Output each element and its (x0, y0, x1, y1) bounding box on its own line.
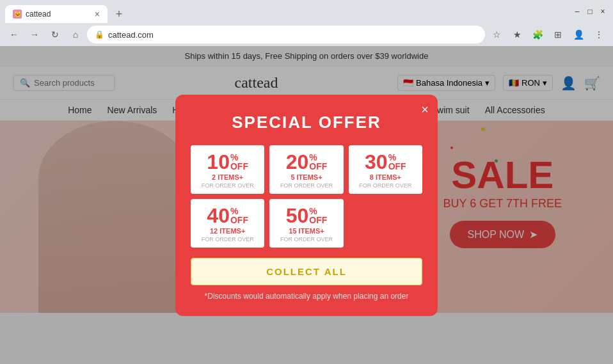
coupon-percent-20: 20 % OFF (275, 152, 338, 172)
menu-icon[interactable]: ⋮ (590, 26, 608, 44)
coupon-off-30: OFF (388, 162, 406, 171)
window-controls: – □ × (572, 6, 608, 17)
coupon-percent-30: 30 % OFF (354, 152, 417, 172)
address-text: cattead.com (108, 30, 154, 40)
tab-strip: 🐱 cattead × + (5, 0, 128, 23)
coupon-card-empty (349, 199, 422, 248)
minimize-button[interactable]: – (572, 6, 582, 17)
coupon-items-30: 8 ITEMS+ (354, 173, 417, 181)
coupon-num-30: 30 (365, 152, 388, 172)
back-button[interactable]: ← (5, 26, 23, 44)
coupon-pct-off-40: % OFF (230, 205, 248, 225)
modal-close-button[interactable]: × (421, 102, 429, 117)
coupon-num-10: 10 (207, 152, 230, 172)
browser-toolbar: ← → ↻ ⌂ 🔒 cattead.com ☆ ★ 🧩 ⊞ 👤 ⋮ (0, 23, 613, 46)
modal-note: *Discounts would automatically apply whe… (191, 292, 422, 301)
grid-icon[interactable]: ⊞ (549, 26, 567, 44)
forward-button[interactable]: → (26, 26, 44, 44)
coupon-pct-off-20: % OFF (309, 152, 327, 171)
coupon-pct-20: % (309, 153, 317, 162)
profile-icon[interactable]: 👤 (569, 26, 587, 44)
new-tab-button[interactable]: + (110, 5, 128, 23)
coupon-percent-50: 50 % OFF (275, 205, 338, 226)
coupon-for-30: FOR ORDER OVER (354, 182, 417, 189)
coupon-pct-off-10: % OFF (230, 152, 248, 171)
coupon-card-30[interactable]: 30 % OFF 8 ITEMS+ FOR ORDER OVER (349, 145, 422, 194)
coupon-pct-40: % (230, 207, 238, 216)
coupon-card-10[interactable]: 10 % OFF 2 ITEMS+ FOR ORDER OVER (191, 145, 264, 194)
close-button[interactable]: × (598, 6, 608, 17)
coupon-items-10: 2 ITEMS+ (196, 173, 259, 181)
tab-favicon: 🐱 (13, 10, 22, 19)
address-bar[interactable]: 🔒 cattead.com (87, 26, 485, 44)
tab-title: cattead (26, 10, 90, 19)
coupon-card-20[interactable]: 20 % OFF 5 ITEMS+ FOR ORDER OVER (269, 145, 343, 194)
star-icon[interactable]: ★ (508, 26, 526, 44)
modal-overlay: × SPECIAL OFFER 10 % OFF 2 ITEMS+ FOR OR… (0, 46, 613, 364)
special-offer-modal: × SPECIAL OFFER 10 % OFF 2 ITEMS+ FOR OR… (175, 95, 438, 316)
coupon-pct-10: % (230, 153, 238, 162)
page-content: Ships within 15 days, Free Shipping on o… (0, 46, 613, 364)
coupon-items-20: 5 ITEMS+ (275, 173, 338, 181)
tab-close-button[interactable]: × (95, 9, 100, 19)
browser-chrome: 🐱 cattead × + – □ × ← → ↻ ⌂ 🔒 cattead.co… (0, 0, 613, 46)
coupon-for-40: FOR ORDER OVER (196, 236, 259, 242)
ssl-lock-icon: 🔒 (95, 30, 104, 39)
extensions-icon[interactable]: 🧩 (529, 26, 546, 44)
coupon-items-40: 12 ITEMS+ (196, 227, 259, 235)
coupon-num-50: 50 (286, 205, 309, 226)
title-bar: 🐱 cattead × + – □ × (0, 0, 613, 23)
coupon-off-50: OFF (309, 216, 327, 225)
coupon-num-20: 20 (286, 152, 309, 172)
coupon-off-40: OFF (230, 216, 248, 225)
active-tab[interactable]: 🐱 cattead × (5, 5, 107, 23)
toolbar-actions: ☆ ★ 🧩 ⊞ 👤 ⋮ (488, 26, 608, 44)
coupon-card-40[interactable]: 40 % OFF 12 ITEMS+ FOR ORDER OVER (191, 199, 264, 248)
modal-title: SPECIAL OFFER (191, 113, 422, 132)
coupon-pct-off-50: % OFF (309, 205, 327, 225)
coupon-for-50: FOR ORDER OVER (275, 236, 338, 242)
coupon-off-10: OFF (230, 162, 248, 171)
coupon-items-50: 15 ITEMS+ (275, 227, 338, 235)
coupon-grid-top: 10 % OFF 2 ITEMS+ FOR ORDER OVER 20 % (191, 145, 422, 194)
home-button[interactable]: ⌂ (67, 26, 84, 44)
reload-button[interactable]: ↻ (46, 26, 64, 44)
coupon-off-20: OFF (309, 162, 327, 171)
coupon-card-50[interactable]: 50 % OFF 15 ITEMS+ FOR ORDER OVER (269, 199, 343, 248)
coupon-percent-10: 10 % OFF (196, 152, 259, 172)
bookmark-icon[interactable]: ☆ (488, 26, 506, 44)
coupon-for-20: FOR ORDER OVER (275, 182, 338, 189)
coupon-pct-30: % (388, 153, 396, 162)
coupon-pct-50: % (309, 207, 317, 216)
coupon-grid-bottom: 40 % OFF 12 ITEMS+ FOR ORDER OVER 50 % (191, 199, 422, 248)
coupon-for-10: FOR ORDER OVER (196, 182, 259, 189)
coupon-pct-off-30: % OFF (388, 152, 406, 171)
coupon-percent-40: 40 % OFF (196, 205, 259, 226)
collect-all-button[interactable]: COLLECT ALL (191, 258, 422, 285)
coupon-num-40: 40 (207, 205, 230, 226)
maximize-button[interactable]: □ (585, 6, 595, 17)
